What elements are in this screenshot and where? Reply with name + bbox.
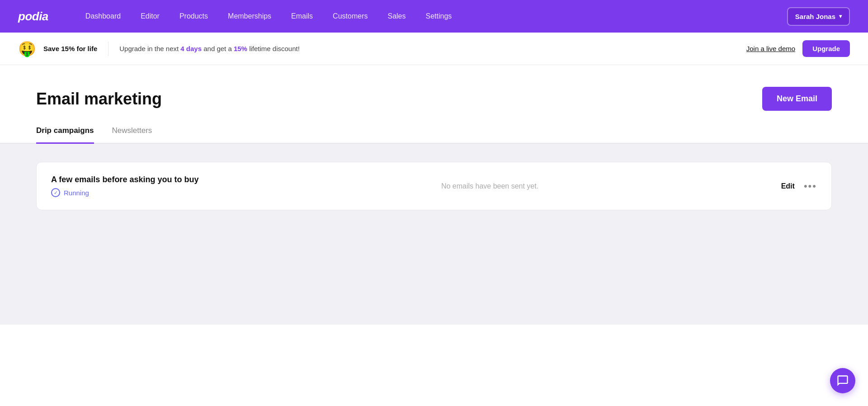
nav-item-emails[interactable]: Emails (281, 0, 323, 33)
live-demo-link[interactable]: Join a live demo (746, 45, 795, 52)
banner-days: 4 days (180, 45, 202, 52)
user-menu-button[interactable]: Sarah Jonas ▾ (787, 7, 850, 26)
campaign-info: A few emails before asking you to buy ✓ … (51, 175, 198, 197)
navbar: podia Dashboard Editor Products Membersh… (0, 0, 868, 33)
content-area: A few emails before asking you to buy ✓ … (0, 144, 868, 325)
nav-item-customers[interactable]: Customers (323, 0, 377, 33)
tab-drip-campaigns[interactable]: Drip campaigns (36, 126, 94, 144)
tabs: Drip campaigns Newsletters (0, 125, 868, 144)
banner-title: Save 15% for life (43, 45, 97, 52)
campaign-status: ✓ Running (51, 188, 198, 197)
banner-actions: Join a live demo Upgrade (746, 40, 850, 57)
nav-item-sales[interactable]: Sales (377, 0, 415, 33)
banner-mid-text: and get a (202, 45, 234, 52)
banner-divider (108, 42, 108, 56)
new-email-button[interactable]: New Email (762, 87, 832, 111)
tab-newsletters[interactable]: Newsletters (112, 126, 152, 144)
chat-button[interactable] (830, 368, 855, 393)
page-title: Email marketing (36, 90, 162, 109)
campaign-empty-message: No emails have been sent yet. (441, 182, 538, 190)
campaign-name: A few emails before asking you to buy (51, 175, 198, 184)
logo[interactable]: podia (18, 9, 48, 24)
nav-item-products[interactable]: Products (170, 0, 218, 33)
money-icon: 🤑 (18, 40, 36, 57)
main-content: Email marketing New Email Drip campaigns… (0, 65, 868, 406)
campaign-card: A few emails before asking you to buy ✓ … (36, 162, 832, 210)
banner-percent: 15% (234, 45, 247, 52)
page-header: Email marketing New Email (0, 65, 868, 125)
upgrade-banner: 🤑 Save 15% for life Upgrade in the next … (0, 33, 868, 65)
campaign-actions: Edit ••• (781, 180, 817, 192)
nav-links: Dashboard Editor Products Memberships Em… (75, 0, 787, 33)
campaign-status-label: Running (64, 189, 89, 197)
nav-item-settings[interactable]: Settings (416, 0, 462, 33)
nav-item-editor[interactable]: Editor (131, 0, 170, 33)
chat-icon (836, 374, 849, 387)
campaign-more-button[interactable]: ••• (804, 180, 817, 192)
chevron-down-icon: ▾ (839, 13, 842, 19)
user-name: Sarah Jonas (795, 13, 835, 20)
banner-description: Upgrade in the next 4 days and get a 15%… (119, 45, 300, 52)
running-icon: ✓ (51, 188, 60, 197)
nav-item-dashboard[interactable]: Dashboard (75, 0, 131, 33)
banner-pre-days: Upgrade in the next (119, 45, 180, 52)
campaign-edit-link[interactable]: Edit (781, 182, 795, 190)
nav-item-memberships[interactable]: Memberships (218, 0, 281, 33)
banner-post-text: lifetime discount! (247, 45, 300, 52)
upgrade-button[interactable]: Upgrade (802, 40, 850, 57)
